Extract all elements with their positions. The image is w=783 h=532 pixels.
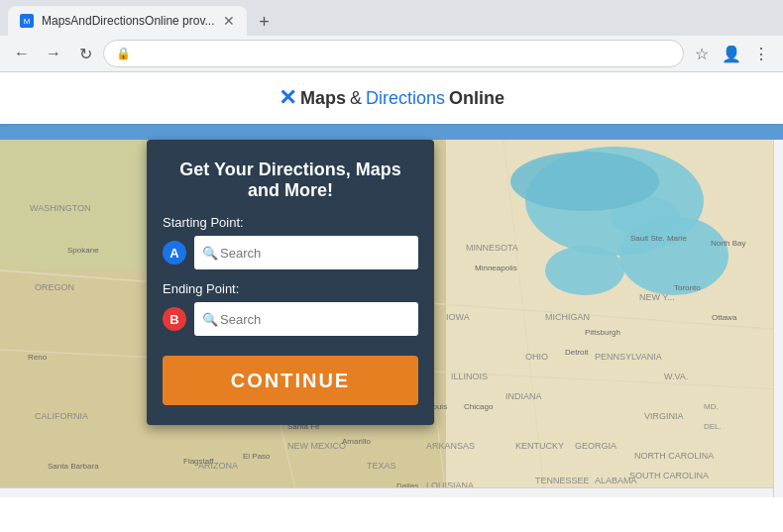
- svg-text:NORTH CAROLINA: NORTH CAROLINA: [634, 451, 714, 461]
- ending-point-row: B 🔍: [163, 302, 418, 336]
- svg-text:ARKANSAS: ARKANSAS: [426, 441, 475, 451]
- logo-and-text: &: [350, 88, 362, 109]
- toolbar-icons: ☆ 👤 ⋮: [688, 40, 775, 67]
- ending-point-input[interactable]: [194, 302, 418, 336]
- starting-input-wrap: 🔍: [194, 236, 418, 269]
- starting-point-label: Starting Point:: [163, 215, 418, 230]
- starting-point-input[interactable]: [194, 236, 418, 269]
- tab-close-button[interactable]: ✕: [223, 13, 235, 29]
- svg-text:GEORGIA: GEORGIA: [575, 441, 616, 451]
- ending-point-label: Ending Point:: [163, 281, 418, 296]
- account-icon[interactable]: 👤: [718, 40, 745, 67]
- logo-online-text: Online: [449, 88, 504, 109]
- address-bar: ← → ↻ 🔒 ☆ 👤 ⋮: [0, 36, 783, 71]
- svg-text:DEL.: DEL.: [704, 422, 722, 431]
- svg-text:KENTUCKY: KENTUCKY: [515, 441, 564, 451]
- site-header: ✕ Maps & Directions Online: [0, 72, 783, 124]
- svg-text:PENNSYLVANIA: PENNSYLVANIA: [595, 352, 662, 362]
- svg-text:MD.: MD.: [704, 402, 719, 411]
- svg-text:Sault Ste. Marie: Sault Ste. Marie: [630, 234, 687, 243]
- menu-icon[interactable]: ⋮: [747, 40, 775, 67]
- svg-text:WASHINGTON: WASHINGTON: [30, 203, 91, 213]
- point-a-badge: A: [163, 241, 186, 265]
- svg-text:Reno: Reno: [28, 353, 48, 362]
- page-content: WASHINGTON OREGON CALIFORNIA IDAHO NEVAD…: [0, 72, 783, 497]
- ending-search-icon: 🔍: [202, 312, 218, 327]
- svg-text:Santa Barbara: Santa Barbara: [48, 462, 99, 471]
- reload-button[interactable]: ↻: [71, 40, 99, 67]
- svg-text:Detroit: Detroit: [565, 348, 589, 357]
- svg-text:NEW Y...: NEW Y...: [639, 292, 675, 302]
- logo-maps-text: Maps: [300, 88, 346, 109]
- bookmark-icon[interactable]: ☆: [688, 40, 716, 67]
- svg-text:OREGON: OREGON: [35, 282, 74, 292]
- panel-title: Get Your Directions, Maps and More!: [163, 160, 418, 201]
- svg-text:Spokane: Spokane: [67, 246, 99, 255]
- direction-panel: Get Your Directions, Maps and More! Star…: [147, 140, 434, 425]
- new-tab-button[interactable]: +: [251, 8, 279, 36]
- svg-text:CALIFORNIA: CALIFORNIA: [35, 411, 88, 421]
- back-button[interactable]: ←: [8, 40, 36, 67]
- site-logo: ✕ Maps & Directions Online: [279, 85, 504, 111]
- svg-text:W.VA.: W.VA.: [664, 372, 688, 381]
- svg-text:INDIANA: INDIANA: [505, 391, 542, 401]
- svg-text:TEXAS: TEXAS: [367, 461, 396, 471]
- point-b-badge: B: [163, 307, 186, 331]
- tab-favicon: M: [20, 14, 34, 28]
- svg-text:NEW MEXICO: NEW MEXICO: [287, 441, 346, 451]
- tab-title: MapsAndDirectionsOnline prov...: [42, 14, 215, 28]
- svg-text:Toronto: Toronto: [674, 283, 701, 292]
- svg-text:ILLINOIS: ILLINOIS: [451, 372, 488, 381]
- starting-point-row: A 🔍: [163, 236, 418, 269]
- svg-text:OHIO: OHIO: [525, 352, 548, 362]
- active-tab[interactable]: M MapsAndDirectionsOnline prov... ✕: [8, 6, 247, 36]
- continue-button[interactable]: CONTINUE: [163, 356, 418, 405]
- svg-text:VIRGINIA: VIRGINIA: [644, 411, 684, 421]
- svg-text:Pittsburgh: Pittsburgh: [585, 328, 620, 337]
- horizontal-scrollbar[interactable]: [0, 487, 773, 497]
- url-input[interactable]: 🔒: [103, 40, 684, 67]
- blue-strip: [0, 124, 783, 140]
- svg-text:MICHIGAN: MICHIGAN: [545, 312, 590, 322]
- svg-text:IOWA: IOWA: [446, 312, 470, 322]
- svg-text:Amarillo: Amarillo: [342, 437, 371, 446]
- svg-text:Minneapolis: Minneapolis: [475, 264, 517, 272]
- svg-text:MINNESOTA: MINNESOTA: [466, 243, 518, 253]
- forward-button[interactable]: →: [40, 40, 67, 67]
- svg-point-4: [545, 246, 624, 295]
- svg-text:TENNESSEE: TENNESSEE: [535, 476, 590, 485]
- logo-directions-text: Directions: [366, 88, 445, 109]
- logo-icon: ✕: [279, 85, 296, 111]
- lock-icon: 🔒: [116, 47, 131, 60]
- svg-text:Ottawa: Ottawa: [712, 313, 737, 322]
- svg-text:Flagstaff: Flagstaff: [183, 457, 214, 466]
- svg-text:North Bay: North Bay: [711, 239, 746, 248]
- svg-point-6: [510, 152, 659, 211]
- svg-text:El Paso: El Paso: [243, 452, 271, 461]
- svg-text:Chicago: Chicago: [464, 402, 494, 411]
- ending-input-wrap: 🔍: [194, 302, 418, 336]
- tab-bar: M MapsAndDirectionsOnline prov... ✕ +: [0, 0, 783, 36]
- svg-text:SOUTH CAROLINA: SOUTH CAROLINA: [629, 471, 709, 480]
- starting-search-icon: 🔍: [202, 246, 218, 261]
